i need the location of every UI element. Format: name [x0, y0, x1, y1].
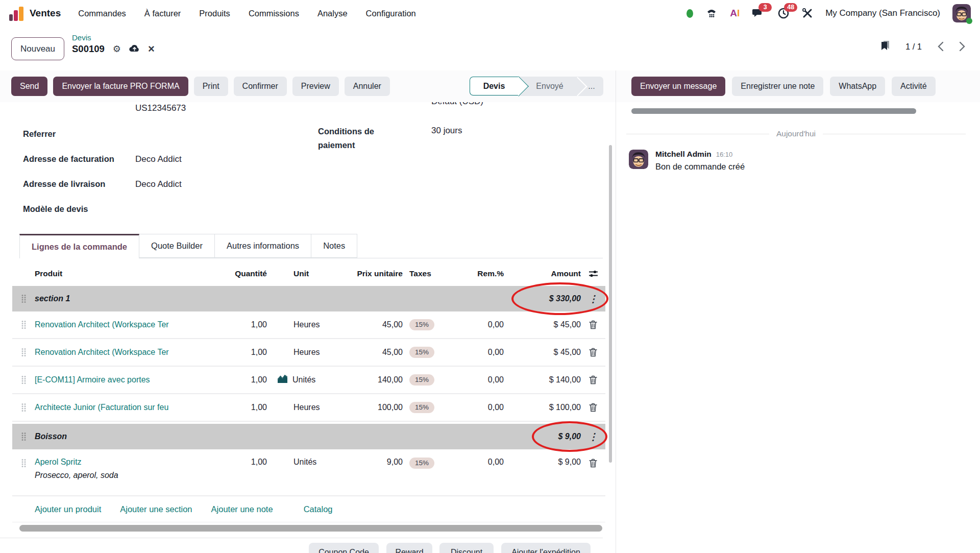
company-switcher[interactable]: My Company (San Francisco) [825, 8, 940, 18]
vertical-scrollbar[interactable] [609, 145, 612, 463]
menu-commandes[interactable]: Commandes [78, 9, 126, 18]
delete-line-icon[interactable] [581, 320, 605, 329]
tax-pill[interactable]: 15% [409, 347, 434, 358]
tools-icon[interactable] [802, 8, 813, 19]
section-menu-icon[interactable]: ⋮ [581, 294, 605, 304]
product-description[interactable]: Prosecco, aperol, soda [35, 471, 216, 480]
product-link[interactable]: Architecte Junior (Facturation sur feu [35, 403, 216, 412]
cell-price[interactable]: 140,00 [334, 375, 403, 384]
invoice-address-value[interactable]: Deco Addict [135, 154, 182, 164]
add-shipping-button[interactable]: Ajouter l'expédition [501, 543, 591, 553]
pager-previous-icon[interactable] [937, 41, 944, 52]
tax-pill[interactable]: 15% [409, 374, 434, 386]
cell-taxes[interactable]: 15% [403, 347, 474, 358]
cell-unit[interactable]: Heures [267, 348, 334, 357]
discuss-icon[interactable]: 3 [752, 7, 765, 19]
header-amount[interactable]: Amount [504, 269, 581, 278]
drag-handle-icon[interactable] [12, 375, 35, 384]
product-link[interactable]: Renovation Architect (Workspace Ter [35, 320, 216, 329]
status-step-envoye[interactable]: Envoyé [528, 77, 572, 96]
new-button[interactable]: Nouveau [11, 37, 64, 60]
header-qty[interactable]: Quantité [216, 269, 267, 278]
section-menu-icon[interactable]: ⋮ [581, 432, 605, 442]
breadcrumb-parent-link[interactable]: Devis [72, 33, 155, 42]
section-name[interactable]: section 1 [35, 294, 504, 303]
status-step-devis[interactable]: Devis [470, 77, 518, 95]
cell-unit[interactable]: Unités [267, 375, 334, 386]
whatsapp-button[interactable]: WhatsApp [830, 77, 885, 96]
status-step-more[interactable]: ... [582, 77, 601, 96]
currency-value[interactable]: Défaut (USD) [431, 102, 483, 107]
menu-produits[interactable]: Produits [199, 9, 230, 18]
preview-button[interactable]: Preview [292, 77, 339, 96]
settings-gear-icon[interactable]: ⚙ [113, 44, 121, 54]
cell-qty[interactable]: 1,00 [216, 375, 267, 384]
app-logo-icon[interactable] [9, 6, 23, 21]
tab-other-info[interactable]: Autres informations [215, 234, 311, 258]
tab-quote-builder[interactable]: Quote Builder [139, 234, 215, 258]
product-link[interactable]: Aperol Spritz [35, 458, 216, 467]
cell-taxes[interactable]: 15% [403, 449, 474, 469]
drag-handle-icon[interactable] [12, 403, 35, 412]
menu-a-facturer[interactable]: À facturer [144, 9, 181, 18]
confirm-button[interactable]: Confirmer [234, 77, 287, 96]
cell-discount[interactable]: 0,00 [474, 403, 504, 412]
tax-pill[interactable]: 15% [409, 319, 434, 330]
header-rem[interactable]: Rem.% [474, 269, 504, 278]
app-name[interactable]: Ventes [30, 8, 61, 19]
discard-icon[interactable]: × [148, 43, 155, 55]
user-avatar[interactable] [952, 4, 971, 22]
product-link[interactable]: [E-COM11] Armoire avec portes [35, 375, 216, 384]
drag-handle-icon[interactable] [12, 320, 35, 329]
cell-qty[interactable]: 1,00 [216, 449, 267, 467]
cell-unit[interactable]: Heures [267, 403, 334, 412]
discount-button[interactable]: Discount [439, 543, 494, 553]
send-message-button[interactable]: Envoyer un message [631, 77, 725, 96]
tab-order-lines[interactable]: Lignes de la commande [19, 234, 139, 258]
voip-phone-icon[interactable] [705, 7, 718, 19]
bookmark-icon[interactable] [880, 40, 890, 53]
catalog-link[interactable]: Catalog [304, 504, 333, 514]
cell-taxes[interactable]: 15% [403, 402, 474, 413]
header-taxes[interactable]: Taxes [403, 269, 474, 278]
cancel-button[interactable]: Annuler [345, 77, 390, 96]
cell-price[interactable]: 45,00 [334, 348, 403, 357]
send-button[interactable]: Send [11, 77, 47, 96]
ai-icon[interactable]: AI [730, 8, 740, 19]
cell-qty[interactable]: 1,00 [216, 348, 267, 357]
print-button[interactable]: Print [194, 77, 228, 96]
cell-unit[interactable]: Heures [267, 320, 334, 329]
send-proforma-button[interactable]: Envoyer la facture PRO FORMA [53, 77, 188, 96]
add-product-link[interactable]: Ajouter un produit [35, 504, 101, 514]
cell-discount[interactable]: 0,00 [474, 348, 504, 357]
delete-line-icon[interactable] [581, 375, 605, 384]
log-note-button[interactable]: Enregistrer une note [732, 77, 823, 96]
chatter-scrollbar[interactable] [631, 108, 916, 114]
menu-configuration[interactable]: Configuration [366, 9, 416, 18]
drag-handle-icon[interactable] [12, 294, 35, 303]
column-options-icon[interactable] [581, 270, 605, 278]
delivery-address-value[interactable]: Deco Addict [135, 179, 182, 189]
coupon-code-button[interactable]: Coupon Code [309, 543, 379, 553]
delete-line-icon[interactable] [581, 348, 605, 357]
section-name[interactable]: Boisson [35, 432, 504, 441]
cell-discount[interactable]: 0,00 [474, 320, 504, 329]
add-note-link[interactable]: Ajouter une note [211, 504, 273, 514]
reward-button[interactable]: Reward [386, 543, 432, 553]
header-price[interactable]: Prix unitaire [334, 269, 403, 278]
cell-qty[interactable]: 1,00 [216, 403, 267, 412]
activities-clock-icon[interactable]: 48 [777, 7, 790, 19]
header-product[interactable]: Produit [35, 269, 216, 278]
menu-commissions[interactable]: Commissions [249, 9, 299, 18]
activity-button[interactable]: Activité [892, 77, 936, 96]
fiscal-id-value[interactable]: US12345673 [135, 103, 186, 113]
message-avatar[interactable] [629, 150, 648, 169]
cell-discount[interactable]: 0,00 [474, 449, 504, 467]
tab-notes[interactable]: Notes [311, 234, 357, 258]
menu-analyse[interactable]: Analyse [317, 9, 348, 18]
payment-terms-value[interactable]: 30 jours [431, 126, 462, 136]
tax-pill[interactable]: 15% [409, 458, 434, 469]
horizontal-scrollbar[interactable] [19, 525, 602, 532]
cell-discount[interactable]: 0,00 [474, 375, 504, 384]
pager-next-icon[interactable] [959, 41, 966, 52]
